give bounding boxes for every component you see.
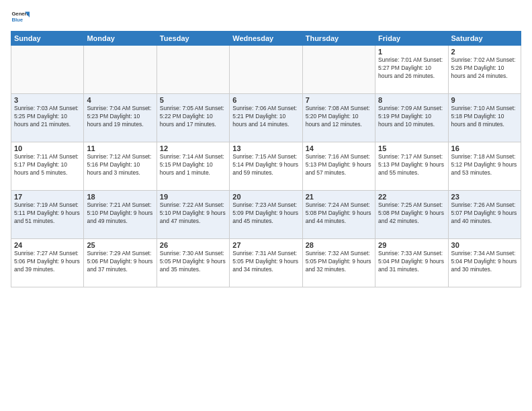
day-number: 10 (14, 144, 81, 152)
day-number: 1 (378, 48, 445, 56)
weekday-sunday: Sunday (11, 32, 84, 46)
day-info: Sunrise: 7:04 AM Sunset: 5:23 PM Dayligh… (87, 105, 153, 129)
calendar-cell: 11Sunrise: 7:12 AM Sunset: 5:16 PM Dayli… (84, 142, 157, 191)
day-info: Sunrise: 7:06 AM Sunset: 5:21 PM Dayligh… (232, 105, 299, 129)
day-number: 15 (378, 144, 445, 152)
weekday-header-row: SundayMondayTuesdayWednesdayThursdayFrid… (11, 32, 521, 46)
day-info: Sunrise: 7:32 AM Sunset: 5:05 PM Dayligh… (306, 250, 372, 274)
week-row-4: 24Sunrise: 7:27 AM Sunset: 5:06 PM Dayli… (11, 239, 521, 287)
calendar-cell: 14Sunrise: 7:16 AM Sunset: 5:13 PM Dayli… (302, 142, 375, 191)
calendar-cell (157, 46, 229, 94)
calendar-cell: 24Sunrise: 7:27 AM Sunset: 5:06 PM Dayli… (11, 239, 84, 287)
day-number: 24 (14, 241, 81, 249)
calendar-cell (230, 46, 302, 94)
calendar-cell: 12Sunrise: 7:14 AM Sunset: 5:15 PM Dayli… (157, 142, 229, 191)
day-info: Sunrise: 7:25 AM Sunset: 5:08 PM Dayligh… (378, 201, 445, 226)
day-info: Sunrise: 7:10 AM Sunset: 5:18 PM Dayligh… (451, 105, 518, 129)
calendar-cell: 15Sunrise: 7:17 AM Sunset: 5:13 PM Dayli… (375, 142, 448, 191)
calendar-cell: 25Sunrise: 7:29 AM Sunset: 5:06 PM Dayli… (84, 239, 157, 287)
day-info: Sunrise: 7:15 AM Sunset: 5:14 PM Dayligh… (232, 153, 299, 177)
calendar-cell: 4Sunrise: 7:04 AM Sunset: 5:23 PM Daylig… (84, 94, 157, 142)
day-number: 3 (14, 96, 81, 104)
logo-icon: General Blue (11, 8, 30, 27)
calendar-cell: 19Sunrise: 7:22 AM Sunset: 5:10 PM Dayli… (157, 191, 229, 239)
calendar-cell: 7Sunrise: 7:08 AM Sunset: 5:20 PM Daylig… (302, 94, 375, 142)
week-row-3: 17Sunrise: 7:19 AM Sunset: 5:11 PM Dayli… (11, 191, 521, 239)
day-info: Sunrise: 7:19 AM Sunset: 5:11 PM Dayligh… (14, 201, 81, 226)
calendar-cell: 30Sunrise: 7:34 AM Sunset: 5:04 PM Dayli… (448, 239, 521, 287)
day-number: 18 (87, 193, 153, 201)
day-info: Sunrise: 7:21 AM Sunset: 5:10 PM Dayligh… (87, 201, 153, 226)
day-number: 8 (378, 96, 445, 104)
day-info: Sunrise: 7:34 AM Sunset: 5:04 PM Dayligh… (451, 250, 518, 274)
calendar-cell (11, 46, 84, 94)
calendar-cell: 27Sunrise: 7:31 AM Sunset: 5:05 PM Dayli… (230, 239, 302, 287)
day-number: 9 (451, 96, 518, 104)
calendar-cell: 26Sunrise: 7:30 AM Sunset: 5:05 PM Dayli… (157, 239, 229, 287)
day-info: Sunrise: 7:14 AM Sunset: 5:15 PM Dayligh… (160, 153, 226, 177)
svg-text:Blue: Blue (11, 17, 23, 23)
calendar-cell: 16Sunrise: 7:18 AM Sunset: 5:12 PM Dayli… (448, 142, 521, 191)
calendar-cell: 20Sunrise: 7:23 AM Sunset: 5:09 PM Dayli… (230, 191, 302, 239)
calendar-cell: 8Sunrise: 7:09 AM Sunset: 5:19 PM Daylig… (375, 94, 448, 142)
day-number: 20 (232, 193, 299, 201)
week-row-1: 3Sunrise: 7:03 AM Sunset: 5:25 PM Daylig… (11, 94, 521, 142)
day-number: 23 (451, 193, 518, 201)
calendar-cell: 3Sunrise: 7:03 AM Sunset: 5:25 PM Daylig… (11, 94, 84, 142)
weekday-wednesday: Wednesday (230, 32, 302, 46)
day-number: 11 (87, 144, 153, 152)
day-number: 26 (160, 241, 226, 249)
day-number: 27 (232, 241, 299, 249)
calendar-cell (84, 46, 157, 94)
day-info: Sunrise: 7:08 AM Sunset: 5:20 PM Dayligh… (306, 105, 372, 129)
calendar-cell (302, 46, 375, 94)
day-number: 21 (306, 193, 372, 201)
day-info: Sunrise: 7:05 AM Sunset: 5:22 PM Dayligh… (160, 105, 226, 129)
day-info: Sunrise: 7:18 AM Sunset: 5:12 PM Dayligh… (451, 153, 518, 177)
day-number: 19 (160, 193, 226, 201)
weekday-monday: Monday (84, 32, 157, 46)
day-info: Sunrise: 7:33 AM Sunset: 5:04 PM Dayligh… (378, 250, 445, 274)
day-info: Sunrise: 7:03 AM Sunset: 5:25 PM Dayligh… (14, 105, 81, 129)
header: General Blue (11, 8, 521, 27)
calendar-cell: 13Sunrise: 7:15 AM Sunset: 5:14 PM Dayli… (230, 142, 302, 191)
day-info: Sunrise: 7:30 AM Sunset: 5:05 PM Dayligh… (160, 250, 226, 274)
day-number: 4 (87, 96, 153, 104)
calendar-cell: 29Sunrise: 7:33 AM Sunset: 5:04 PM Dayli… (375, 239, 448, 287)
day-info: Sunrise: 7:11 AM Sunset: 5:17 PM Dayligh… (14, 153, 81, 177)
day-info: Sunrise: 7:26 AM Sunset: 5:07 PM Dayligh… (451, 201, 518, 226)
week-row-2: 10Sunrise: 7:11 AM Sunset: 5:17 PM Dayli… (11, 142, 521, 191)
day-number: 16 (451, 144, 518, 152)
weekday-thursday: Thursday (302, 32, 375, 46)
day-info: Sunrise: 7:22 AM Sunset: 5:10 PM Dayligh… (160, 201, 226, 226)
day-info: Sunrise: 7:12 AM Sunset: 5:16 PM Dayligh… (87, 153, 153, 177)
day-number: 25 (87, 241, 153, 249)
day-info: Sunrise: 7:16 AM Sunset: 5:13 PM Dayligh… (306, 153, 372, 177)
page-container: General Blue SundayMondayTuesdayWednesda… (0, 0, 532, 293)
day-number: 6 (232, 96, 299, 104)
day-info: Sunrise: 7:29 AM Sunset: 5:06 PM Dayligh… (87, 250, 153, 274)
weekday-friday: Friday (375, 32, 448, 46)
calendar-cell: 9Sunrise: 7:10 AM Sunset: 5:18 PM Daylig… (448, 94, 521, 142)
day-number: 5 (160, 96, 226, 104)
day-number: 28 (306, 241, 372, 249)
day-number: 22 (378, 193, 445, 201)
calendar-cell: 28Sunrise: 7:32 AM Sunset: 5:05 PM Dayli… (302, 239, 375, 287)
day-info: Sunrise: 7:01 AM Sunset: 5:27 PM Dayligh… (378, 56, 445, 81)
day-info: Sunrise: 7:23 AM Sunset: 5:09 PM Dayligh… (232, 201, 299, 226)
day-number: 17 (14, 193, 81, 201)
day-info: Sunrise: 7:31 AM Sunset: 5:05 PM Dayligh… (232, 250, 299, 274)
calendar-cell: 2Sunrise: 7:02 AM Sunset: 5:26 PM Daylig… (448, 46, 521, 94)
calendar-cell: 6Sunrise: 7:06 AM Sunset: 5:21 PM Daylig… (230, 94, 302, 142)
day-info: Sunrise: 7:02 AM Sunset: 5:26 PM Dayligh… (451, 56, 518, 81)
calendar-cell: 10Sunrise: 7:11 AM Sunset: 5:17 PM Dayli… (11, 142, 84, 191)
calendar-cell: 18Sunrise: 7:21 AM Sunset: 5:10 PM Dayli… (84, 191, 157, 239)
weekday-tuesday: Tuesday (157, 32, 229, 46)
day-number: 2 (451, 48, 518, 56)
logo: General Blue (11, 8, 30, 27)
calendar-cell: 5Sunrise: 7:05 AM Sunset: 5:22 PM Daylig… (157, 94, 229, 142)
day-info: Sunrise: 7:09 AM Sunset: 5:19 PM Dayligh… (378, 105, 445, 129)
day-number: 12 (160, 144, 226, 152)
day-number: 14 (306, 144, 372, 152)
day-info: Sunrise: 7:27 AM Sunset: 5:06 PM Dayligh… (14, 250, 81, 274)
